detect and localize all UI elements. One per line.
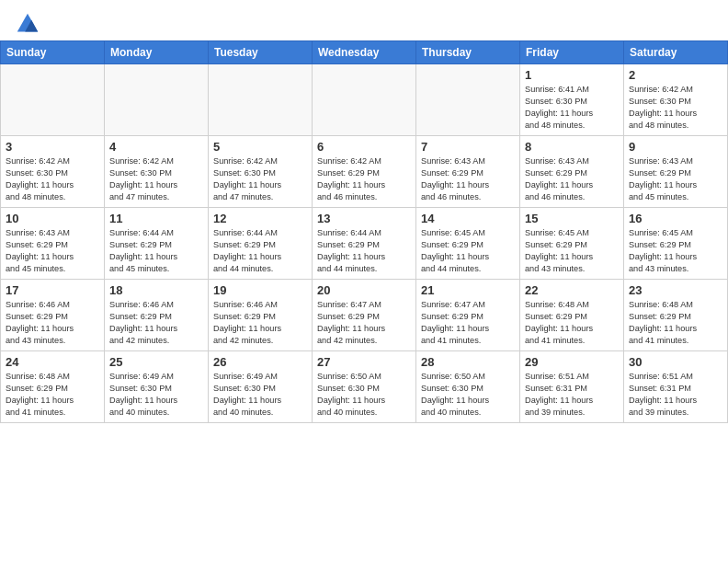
day-number: 10 <box>6 212 99 225</box>
day-number: 1 <box>525 68 619 82</box>
calendar-cell: 29Sunrise: 6:51 AM Sunset: 6:31 PM Dayli… <box>520 351 624 423</box>
day-number: 7 <box>421 140 515 154</box>
day-number: 28 <box>421 355 515 369</box>
day-number: 15 <box>525 212 619 225</box>
calendar-cell: 10Sunrise: 6:43 AM Sunset: 6:29 PM Dayli… <box>1 208 105 280</box>
day-info: Sunrise: 6:41 AM Sunset: 6:30 PM Dayligh… <box>525 84 619 132</box>
day-number: 9 <box>629 140 722 154</box>
calendar-cell: 8Sunrise: 6:43 AM Sunset: 6:29 PM Daylig… <box>520 136 624 208</box>
calendar-cell: 28Sunrise: 6:50 AM Sunset: 6:30 PM Dayli… <box>416 351 520 423</box>
day-number: 2 <box>629 68 722 82</box>
day-info: Sunrise: 6:46 AM Sunset: 6:29 PM Dayligh… <box>109 299 203 347</box>
day-info: Sunrise: 6:42 AM Sunset: 6:30 PM Dayligh… <box>109 155 203 203</box>
calendar-cell: 14Sunrise: 6:45 AM Sunset: 6:29 PM Dayli… <box>416 208 520 280</box>
calendar-cell: 22Sunrise: 6:48 AM Sunset: 6:29 PM Dayli… <box>520 280 624 351</box>
day-number: 6 <box>317 140 411 154</box>
day-info: Sunrise: 6:42 AM Sunset: 6:29 PM Dayligh… <box>317 155 411 203</box>
calendar-cell: 27Sunrise: 6:50 AM Sunset: 6:30 PM Dayli… <box>313 351 416 423</box>
calendar-cell: 3Sunrise: 6:42 AM Sunset: 6:30 PM Daylig… <box>1 136 105 208</box>
calendar-cell: 24Sunrise: 6:48 AM Sunset: 6:29 PM Dayli… <box>1 351 105 423</box>
calendar-cell: 2Sunrise: 6:42 AM Sunset: 6:30 PM Daylig… <box>624 64 728 136</box>
day-info: Sunrise: 6:43 AM Sunset: 6:29 PM Dayligh… <box>629 155 722 203</box>
day-number: 17 <box>6 283 99 297</box>
page-header <box>0 0 728 40</box>
day-number: 14 <box>421 212 515 225</box>
day-info: Sunrise: 6:50 AM Sunset: 6:30 PM Dayligh… <box>421 371 515 419</box>
calendar-cell: 7Sunrise: 6:43 AM Sunset: 6:29 PM Daylig… <box>416 136 520 208</box>
day-number: 12 <box>213 212 307 225</box>
calendar-cell: 23Sunrise: 6:48 AM Sunset: 6:29 PM Dayli… <box>624 280 728 351</box>
day-number: 16 <box>629 212 722 225</box>
calendar-cell: 6Sunrise: 6:42 AM Sunset: 6:29 PM Daylig… <box>313 136 416 208</box>
day-number: 3 <box>6 140 99 154</box>
logo <box>15 11 44 37</box>
calendar-cell: 26Sunrise: 6:49 AM Sunset: 6:30 PM Dayli… <box>209 351 313 423</box>
calendar-cell: 20Sunrise: 6:47 AM Sunset: 6:29 PM Dayli… <box>313 280 416 351</box>
calendar-week-row: 1Sunrise: 6:41 AM Sunset: 6:30 PM Daylig… <box>1 64 728 136</box>
weekday-header-cell: Thursday <box>416 41 520 64</box>
calendar-cell <box>1 64 105 136</box>
day-info: Sunrise: 6:47 AM Sunset: 6:29 PM Dayligh… <box>317 299 411 347</box>
calendar-cell: 18Sunrise: 6:46 AM Sunset: 6:29 PM Dayli… <box>105 280 209 351</box>
calendar-cell: 19Sunrise: 6:46 AM Sunset: 6:29 PM Dayli… <box>209 280 313 351</box>
day-number: 29 <box>525 355 619 369</box>
calendar-cell <box>416 64 520 136</box>
day-info: Sunrise: 6:42 AM Sunset: 6:30 PM Dayligh… <box>6 155 99 203</box>
calendar-week-row: 10Sunrise: 6:43 AM Sunset: 6:29 PM Dayli… <box>1 208 728 280</box>
day-info: Sunrise: 6:51 AM Sunset: 6:31 PM Dayligh… <box>629 371 722 419</box>
day-number: 26 <box>213 355 307 369</box>
day-info: Sunrise: 6:45 AM Sunset: 6:29 PM Dayligh… <box>421 227 515 275</box>
day-info: Sunrise: 6:42 AM Sunset: 6:30 PM Dayligh… <box>629 84 722 132</box>
day-info: Sunrise: 6:45 AM Sunset: 6:29 PM Dayligh… <box>629 227 722 275</box>
day-number: 18 <box>109 283 203 297</box>
weekday-header-cell: Tuesday <box>209 41 313 64</box>
calendar-cell: 21Sunrise: 6:47 AM Sunset: 6:29 PM Dayli… <box>416 280 520 351</box>
weekday-header-cell: Monday <box>105 41 209 64</box>
calendar: SundayMondayTuesdayWednesdayThursdayFrid… <box>0 40 728 423</box>
day-number: 21 <box>421 283 515 297</box>
calendar-week-row: 3Sunrise: 6:42 AM Sunset: 6:30 PM Daylig… <box>1 136 728 208</box>
day-info: Sunrise: 6:44 AM Sunset: 6:29 PM Dayligh… <box>109 227 203 275</box>
day-info: Sunrise: 6:46 AM Sunset: 6:29 PM Dayligh… <box>213 299 307 347</box>
calendar-cell: 5Sunrise: 6:42 AM Sunset: 6:30 PM Daylig… <box>209 136 313 208</box>
calendar-cell <box>313 64 416 136</box>
calendar-cell: 9Sunrise: 6:43 AM Sunset: 6:29 PM Daylig… <box>624 136 728 208</box>
calendar-cell <box>105 64 209 136</box>
day-number: 4 <box>109 140 203 154</box>
calendar-cell: 12Sunrise: 6:44 AM Sunset: 6:29 PM Dayli… <box>209 208 313 280</box>
calendar-cell: 4Sunrise: 6:42 AM Sunset: 6:30 PM Daylig… <box>105 136 209 208</box>
calendar-cell: 17Sunrise: 6:46 AM Sunset: 6:29 PM Dayli… <box>1 280 105 351</box>
day-info: Sunrise: 6:42 AM Sunset: 6:30 PM Dayligh… <box>213 155 307 203</box>
weekday-header-cell: Friday <box>520 41 624 64</box>
day-number: 30 <box>629 355 722 369</box>
logo-icon <box>15 11 40 37</box>
weekday-header-cell: Wednesday <box>313 41 416 64</box>
calendar-cell: 11Sunrise: 6:44 AM Sunset: 6:29 PM Dayli… <box>105 208 209 280</box>
day-info: Sunrise: 6:43 AM Sunset: 6:29 PM Dayligh… <box>421 155 515 203</box>
day-number: 22 <box>525 283 619 297</box>
day-info: Sunrise: 6:50 AM Sunset: 6:30 PM Dayligh… <box>317 371 411 419</box>
day-info: Sunrise: 6:46 AM Sunset: 6:29 PM Dayligh… <box>6 299 99 347</box>
day-info: Sunrise: 6:44 AM Sunset: 6:29 PM Dayligh… <box>213 227 307 275</box>
weekday-header-cell: Sunday <box>1 41 105 64</box>
day-number: 11 <box>109 212 203 225</box>
day-number: 27 <box>317 355 411 369</box>
day-info: Sunrise: 6:43 AM Sunset: 6:29 PM Dayligh… <box>6 227 99 275</box>
calendar-week-row: 17Sunrise: 6:46 AM Sunset: 6:29 PM Dayli… <box>1 280 728 351</box>
calendar-cell: 30Sunrise: 6:51 AM Sunset: 6:31 PM Dayli… <box>624 351 728 423</box>
calendar-cell: 1Sunrise: 6:41 AM Sunset: 6:30 PM Daylig… <box>520 64 624 136</box>
day-number: 5 <box>213 140 307 154</box>
day-number: 24 <box>6 355 99 369</box>
day-number: 13 <box>317 212 411 225</box>
day-info: Sunrise: 6:43 AM Sunset: 6:29 PM Dayligh… <box>525 155 619 203</box>
day-info: Sunrise: 6:47 AM Sunset: 6:29 PM Dayligh… <box>421 299 515 347</box>
calendar-body: 1Sunrise: 6:41 AM Sunset: 6:30 PM Daylig… <box>1 64 728 423</box>
day-info: Sunrise: 6:49 AM Sunset: 6:30 PM Dayligh… <box>213 371 307 419</box>
calendar-week-row: 24Sunrise: 6:48 AM Sunset: 6:29 PM Dayli… <box>1 351 728 423</box>
day-number: 19 <box>213 283 307 297</box>
day-info: Sunrise: 6:48 AM Sunset: 6:29 PM Dayligh… <box>629 299 722 347</box>
day-number: 25 <box>109 355 203 369</box>
calendar-cell <box>209 64 313 136</box>
day-number: 8 <box>525 140 619 154</box>
calendar-cell: 25Sunrise: 6:49 AM Sunset: 6:30 PM Dayli… <box>105 351 209 423</box>
